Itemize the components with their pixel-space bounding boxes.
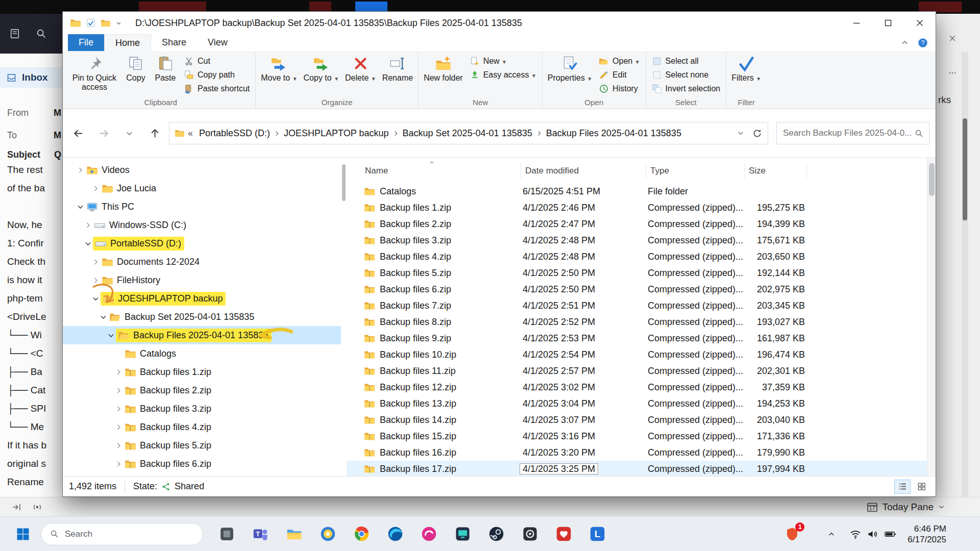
column-header-date-modified[interactable]: Date modified — [521, 163, 646, 179]
breadcrumb-item-backup-files-2025-04-01-135835[interactable]: Backup Files 2025-04-01 135835 — [543, 126, 684, 141]
ribbon-button-properties[interactable]: Properties ▼ — [545, 54, 595, 84]
email-inbox-item[interactable]: Inbox — [0, 67, 62, 88]
tree-item-videos[interactable]: Videos — [63, 161, 341, 179]
file-row-backup-files-10-zip[interactable]: Backup files 10.zip4/1/2025 2:54 PMCompr… — [347, 346, 927, 363]
tree-item-this-pc[interactable]: This PC — [63, 197, 341, 216]
ribbon-button-select-all[interactable]: Select all — [649, 55, 724, 68]
ribbon-button-invert-selection[interactable]: Invert selection — [649, 82, 724, 95]
tree-item-portablessd-d[interactable]: PortableSSD (D:) — [63, 234, 341, 253]
chevron-down-icon[interactable] — [83, 238, 93, 248]
ribbon-button-pin-to-quick-access[interactable]: Pin to Quick access — [68, 54, 120, 93]
large-icons-view-button[interactable] — [913, 480, 929, 494]
navigation-scrollbar[interactable] — [341, 158, 347, 476]
taskbar-app-file-explorer[interactable] — [283, 523, 305, 545]
taskbar-app-globe-app[interactable] — [485, 523, 507, 545]
ribbon-button-new[interactable]: New ▼ — [467, 55, 540, 68]
file-row-backup-files-1-zip[interactable]: Backup files 1.zip4/1/2025 2:46 PMCompre… — [347, 199, 927, 216]
tree-item-joe-lucia[interactable]: Joe Lucia — [63, 179, 341, 197]
tree-item-backup-files-2025-04-01-135835[interactable]: Backup Files 2025-04-01 135835 — [63, 326, 341, 344]
chevron-right-icon[interactable] — [113, 385, 124, 395]
search-icon[interactable] — [914, 129, 924, 138]
ribbon-button-cut[interactable]: Cut — [181, 55, 253, 68]
ribbon-button-open[interactable]: Open ▼ — [596, 55, 643, 68]
ribbon-button-copy-path[interactable]: Copy path — [181, 68, 253, 82]
tab-file[interactable]: File — [68, 34, 104, 51]
qat-dropdown-icon[interactable] — [115, 20, 122, 27]
tree-item-backup-files-4-zip[interactable]: Backup files 4.zip — [63, 418, 341, 436]
address-dropdown-icon[interactable] — [737, 129, 745, 137]
refresh-icon[interactable] — [752, 128, 763, 139]
file-row-backup-files-6-zip[interactable]: Backup files 6.zip4/1/2025 2:50 PMCompre… — [347, 281, 927, 297]
taskbar-app-window-app[interactable] — [215, 523, 238, 545]
quick-settings[interactable] — [849, 528, 896, 540]
file-row-backup-files-2-zip[interactable]: Backup files 2.zip4/1/2025 2:47 PMCompre… — [347, 216, 927, 232]
tree-item-backup-files-6-zip[interactable]: Backup files 6.zip — [63, 455, 341, 473]
ribbon-button-history[interactable]: History — [596, 82, 643, 95]
file-row-backup-files-5-zip[interactable]: Backup files 5.zip4/1/2025 2:50 PMCompre… — [347, 265, 927, 281]
tab-view[interactable]: View — [197, 34, 238, 51]
taskbar-app-chrome[interactable] — [350, 523, 373, 545]
column-header-size[interactable]: Size — [745, 163, 807, 179]
menu-dots-icon[interactable] — [947, 68, 958, 78]
chevron-down-icon[interactable] — [106, 330, 116, 340]
chevron-right-icon[interactable] — [113, 459, 124, 469]
taskbar-app-screen-app[interactable] — [451, 523, 474, 545]
file-row-backup-files-8-zip[interactable]: Backup files 8.zip4/1/2025 2:52 PMCompre… — [347, 314, 927, 330]
back-button[interactable] — [67, 122, 89, 144]
today-pane-toggle[interactable]: 17 Today Pane — [866, 501, 945, 513]
taskbar-app-teams[interactable]: T — [249, 523, 272, 545]
ribbon-button-edit[interactable]: Edit — [596, 68, 643, 82]
file-row-backup-files-12-zip[interactable]: Backup files 12.zip4/1/2025 3:02 PMCompr… — [347, 379, 927, 395]
maximize-button[interactable] — [872, 12, 904, 34]
ribbon-button-filters[interactable]: Filters ▼ — [729, 54, 764, 84]
tree-item-backup-files-5-zip[interactable]: Backup files 5.zip — [63, 436, 341, 455]
chevron-right-icon[interactable] — [113, 440, 124, 450]
ribbon-button-move-to[interactable]: Move to ▼ — [258, 54, 300, 84]
new-folder-quick-icon[interactable] — [101, 18, 111, 28]
taskbar-app-camera-app[interactable] — [519, 523, 541, 545]
file-row-backup-files-16-zip[interactable]: Backup files 16.zip4/1/2025 3:20 PMCompr… — [347, 444, 927, 461]
tree-item-documents-12-2024[interactable]: Documents 12-2024 — [63, 253, 341, 271]
file-row-backup-files-3-zip[interactable]: Backup files 3.zip4/1/2025 2:48 PMCompre… — [347, 232, 927, 248]
taskbar-app-iheartradio[interactable] — [552, 523, 575, 545]
breadcrumb-overflow[interactable]: « — [187, 128, 194, 139]
chevron-down-icon[interactable] — [75, 202, 85, 212]
tree-item-backup-files-1-zip[interactable]: Backup files 1.zip — [63, 363, 341, 381]
tree-item-backup-set-2025-04-01-135835[interactable]: Backup Set 2025-04-01 135835 — [63, 308, 341, 326]
background-scrollbar[interactable] — [962, 52, 968, 497]
scrollbar-thumb[interactable] — [963, 118, 967, 220]
chevron-right-icon[interactable] — [90, 183, 101, 193]
taskbar-app-colorful-app[interactable] — [316, 523, 339, 545]
taskbar-app-edge[interactable] — [384, 523, 406, 545]
ribbon-button-copy-to[interactable]: Copy to ▼ — [301, 54, 342, 84]
notification-app-icon[interactable]: 1 — [783, 525, 801, 543]
file-row-backup-files-13-zip[interactable]: Backup files 13.zip4/1/2025 3:04 PMCompr… — [347, 395, 927, 412]
ribbon-button-paste[interactable]: Paste — [151, 54, 180, 84]
ribbon-button-rename[interactable]: Rename — [380, 54, 415, 84]
chevron-right-icon[interactable] — [113, 422, 124, 432]
chevron-right-icon[interactable] — [83, 220, 93, 230]
taskbar-app-letter-l-app[interactable]: L — [586, 523, 608, 545]
file-row-backup-files-11-zip[interactable]: Backup files 11.zip4/1/2025 2:57 PMCompr… — [347, 363, 927, 379]
tree-item-windows-ssd-c[interactable]: Windows-SSD (C:) — [63, 216, 341, 234]
file-row-backup-files-9-zip[interactable]: Backup files 9.zip4/1/2025 2:53 PMCompre… — [347, 330, 927, 346]
help-icon[interactable]: ? — [917, 37, 928, 48]
file-row-catalogs[interactable]: Catalogs6/15/2025 4:51 PMFile folder — [347, 183, 927, 199]
scrollbar-thumb[interactable] — [929, 163, 935, 196]
file-list-scrollbar[interactable] — [927, 158, 936, 476]
properties-quick-icon[interactable] — [86, 18, 96, 28]
up-button[interactable] — [143, 122, 166, 144]
ribbon-button-delete[interactable]: Delete ▼ — [342, 54, 379, 84]
taskbar-search[interactable]: Search — [41, 523, 203, 545]
breadcrumb-item-backup-set-2025-04-01-135835[interactable]: Backup Set 2025-04-01 135835 — [400, 126, 535, 141]
recent-locations-icon[interactable] — [118, 122, 140, 144]
tab-home[interactable]: Home — [104, 34, 151, 51]
chevron-right-icon[interactable] — [75, 165, 85, 175]
broadcast-toggle-icon[interactable] — [32, 502, 43, 513]
start-button[interactable] — [11, 522, 35, 546]
tree-item-backup-files-2-zip[interactable]: Backup files 2.zip — [63, 381, 341, 399]
file-row-backup-files-14-zip[interactable]: Backup files 14.zip4/1/2025 3:07 PMCompr… — [347, 412, 927, 428]
breadcrumb[interactable]: « PortableSSD (D:)JOESHPLAPTOP backupBac… — [169, 122, 768, 144]
reading-pane-toggle-icon[interactable] — [11, 502, 22, 513]
taskbar-app-pink-app[interactable] — [418, 523, 440, 545]
